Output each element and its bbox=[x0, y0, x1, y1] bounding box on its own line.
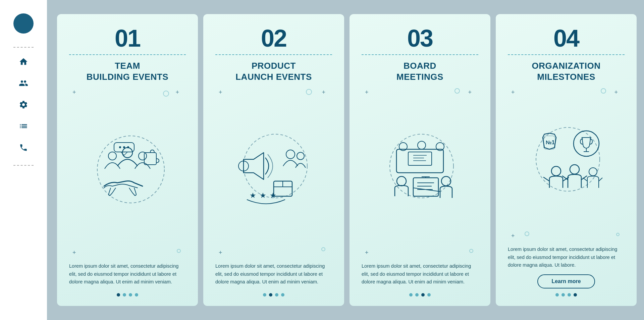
dot-3 bbox=[421, 293, 425, 297]
svg-point-11 bbox=[286, 150, 295, 159]
svg-point-1 bbox=[122, 148, 132, 158]
plus-dec: + bbox=[322, 89, 325, 96]
svg-text:★: ★ bbox=[250, 191, 256, 200]
team-building-svg bbox=[77, 126, 178, 220]
card-3-title: BOARDMEETINGS bbox=[396, 60, 443, 82]
sidebar bbox=[0, 0, 47, 320]
svg-point-7 bbox=[127, 146, 129, 148]
circle-dec bbox=[177, 249, 181, 253]
plus-dec: + bbox=[365, 249, 369, 256]
svg-point-5 bbox=[119, 146, 121, 148]
svg-point-2 bbox=[108, 152, 116, 160]
circle-dec bbox=[616, 233, 620, 236]
dot-1 bbox=[409, 293, 413, 297]
settings-icon[interactable] bbox=[17, 99, 30, 111]
card-2-divider bbox=[215, 54, 332, 55]
card-1: 01 TEAMBUILDING EVENTS + + + bbox=[57, 14, 198, 306]
plus-dec: + bbox=[72, 89, 76, 96]
svg-point-3 bbox=[139, 152, 147, 160]
dot-2 bbox=[269, 293, 272, 297]
circle-dec bbox=[321, 247, 325, 251]
svg-point-40 bbox=[570, 165, 579, 174]
card-2-dots bbox=[263, 293, 284, 297]
card-4-illustration: + + + №1 bbox=[508, 86, 625, 243]
home-icon[interactable] bbox=[17, 56, 30, 68]
board-meetings-svg bbox=[370, 126, 470, 220]
dot-2 bbox=[123, 293, 126, 297]
svg-point-17 bbox=[390, 134, 453, 198]
svg-rect-19 bbox=[408, 152, 432, 165]
svg-point-6 bbox=[123, 146, 125, 148]
card-3-body: Lorem ipsum dolor sit amet, consectetur … bbox=[362, 262, 478, 286]
svg-point-41 bbox=[589, 168, 597, 176]
circle-dec bbox=[454, 88, 460, 94]
svg-point-12 bbox=[297, 152, 304, 160]
product-launch-svg: ★ ★ ★ bbox=[223, 126, 324, 220]
dot-4 bbox=[427, 293, 431, 297]
card-1-illustration: + + + bbox=[69, 86, 186, 260]
milestones-svg: №1 bbox=[516, 117, 616, 211]
card-1-title: TEAMBUILDING EVENTS bbox=[87, 60, 168, 82]
circle-dec bbox=[525, 231, 529, 236]
svg-rect-18 bbox=[396, 149, 443, 173]
svg-point-24 bbox=[418, 141, 426, 149]
card-4: 04 ORGANIZATIONMILESTONES + + + №1 bbox=[496, 14, 637, 306]
card-3: 03 BOARDMEETINGS + + + bbox=[350, 14, 490, 306]
card-1-dots bbox=[117, 293, 138, 297]
svg-rect-27 bbox=[413, 178, 438, 196]
plus-dec: + bbox=[511, 89, 515, 96]
dot-3 bbox=[275, 293, 278, 297]
card-4-dots bbox=[555, 293, 577, 297]
sidebar-bottom-divider bbox=[13, 165, 34, 166]
dot-4 bbox=[574, 293, 577, 297]
card-4-divider bbox=[508, 54, 625, 55]
plus-dec: + bbox=[219, 89, 222, 96]
svg-text:★: ★ bbox=[260, 191, 266, 200]
card-2: 02 PRODUCTLAUNCH EVENTS + + + bbox=[203, 14, 344, 306]
card-2-title: PRODUCTLAUNCH EVENTS bbox=[235, 60, 312, 82]
card-2-number: 02 bbox=[261, 26, 286, 50]
card-1-number: 01 bbox=[115, 26, 140, 50]
dot-3 bbox=[568, 293, 571, 297]
plus-dec: + bbox=[175, 89, 179, 96]
dot-4 bbox=[135, 293, 138, 297]
phone-icon[interactable] bbox=[17, 142, 30, 154]
card-3-dots bbox=[409, 293, 431, 297]
card-1-divider bbox=[69, 54, 186, 55]
dot-1 bbox=[555, 293, 559, 297]
plus-dec: + bbox=[614, 89, 618, 96]
plus-dec: + bbox=[468, 89, 472, 96]
dot-2 bbox=[415, 293, 419, 297]
circle-dec bbox=[306, 89, 312, 95]
svg-point-0 bbox=[97, 136, 164, 203]
list-icon[interactable] bbox=[17, 120, 30, 132]
card-3-divider bbox=[362, 54, 478, 55]
dot-3 bbox=[129, 293, 132, 297]
card-2-body: Lorem ipsum dolor sit amet, consectetur … bbox=[215, 262, 332, 286]
plus-dec: + bbox=[365, 89, 369, 96]
card-4-title: ORGANIZATIONMILESTONES bbox=[532, 60, 601, 82]
main-content: 01 TEAMBUILDING EVENTS + + + bbox=[47, 0, 644, 320]
sidebar-logo bbox=[13, 13, 34, 34]
dot-4 bbox=[281, 293, 284, 297]
dot-1 bbox=[263, 293, 266, 297]
card-3-number: 03 bbox=[407, 26, 433, 50]
circle-dec bbox=[601, 88, 606, 94]
plus-dec: + bbox=[511, 232, 515, 239]
card-4-number: 04 bbox=[553, 26, 579, 50]
card-3-illustration: + + + bbox=[362, 86, 478, 260]
circle-dec bbox=[163, 91, 169, 97]
sidebar-top-divider bbox=[13, 47, 34, 48]
plus-dec: + bbox=[219, 249, 222, 256]
circle-dec bbox=[469, 249, 473, 253]
plus-dec: + bbox=[72, 249, 76, 256]
people-icon[interactable] bbox=[17, 77, 30, 89]
learn-more-button[interactable]: Learn more bbox=[537, 274, 595, 288]
svg-text:★: ★ bbox=[270, 191, 276, 200]
card-1-body: Lorem ipsum dolor sit amet, consectetur … bbox=[69, 262, 186, 286]
card-2-illustration: + + + ★ bbox=[215, 86, 332, 260]
dot-1 bbox=[117, 293, 120, 297]
svg-point-26 bbox=[397, 176, 406, 186]
dot-2 bbox=[561, 293, 565, 297]
svg-point-39 bbox=[551, 166, 561, 176]
